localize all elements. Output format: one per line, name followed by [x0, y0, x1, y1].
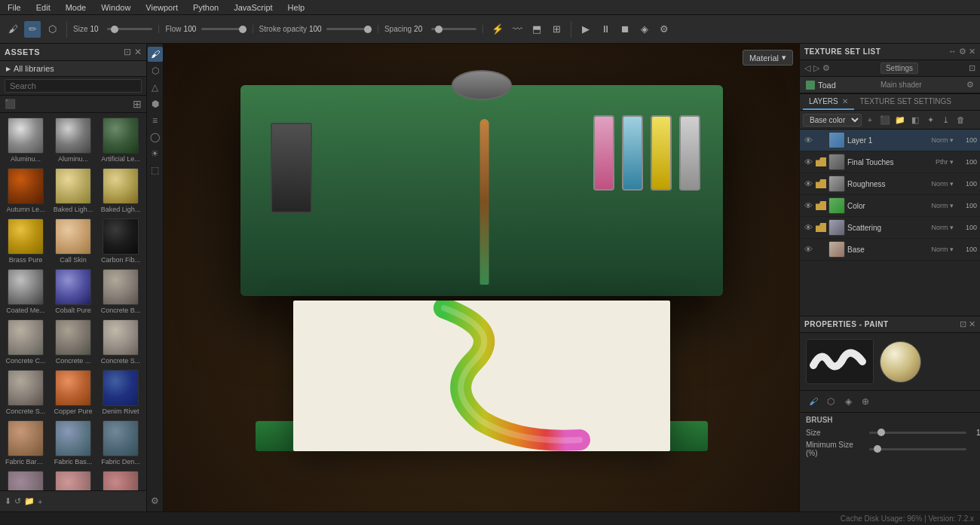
import-btn[interactable]: ⤓: [939, 113, 952, 127]
layer-blend-mode-4[interactable]: Norm ▾: [932, 224, 954, 231]
search-input[interactable]: [5, 79, 142, 93]
layer-blend-mode-5[interactable]: Norm ▾: [932, 246, 954, 253]
play-btn[interactable]: ▶: [577, 21, 594, 38]
asset-item-17[interactable]: Denim Rivet: [98, 368, 143, 417]
geometry-tool-icon[interactable]: △: [148, 80, 163, 95]
add-fill-layer-btn[interactable]: ⬛: [878, 113, 892, 127]
menu-item-javascript[interactable]: JavaScript: [231, 2, 275, 14]
add-mask-btn[interactable]: ◧: [908, 113, 922, 127]
asset-item-1[interactable]: Aluminu...: [51, 116, 96, 164]
properties-expand-icon[interactable]: ⊡: [960, 319, 966, 329]
settings-dropdown-btn[interactable]: Settings: [880, 63, 918, 74]
layer-row-5[interactable]: 👁BaseNorm ▾100: [800, 239, 980, 261]
select-tool-icon[interactable]: ⬡: [148, 63, 163, 78]
layer-row-4[interactable]: 👁ScatteringNorm ▾100: [800, 217, 980, 239]
size-slider[interactable]: [107, 28, 152, 30]
spacing-slider[interactable]: [431, 28, 476, 30]
asset-item-9[interactable]: Coated Me...: [3, 267, 48, 316]
delete-btn[interactable]: 🗑: [954, 113, 967, 127]
menu-item-help[interactable]: Help: [285, 2, 308, 14]
lazy-mouse-btn[interactable]: 〰: [509, 21, 525, 38]
asset-item-19[interactable]: Fabric Bas...: [51, 419, 96, 467]
asset-item-14[interactable]: Concrete S...: [98, 318, 143, 366]
light-tool-icon[interactable]: ☀: [148, 146, 163, 161]
brush-color-ball[interactable]: [880, 341, 921, 383]
assets-grid-icon[interactable]: ⊞: [133, 98, 142, 110]
add-effect-btn[interactable]: ✦: [923, 113, 937, 127]
menu-item-edit[interactable]: Edit: [33, 2, 54, 14]
stop-btn[interactable]: ⏹: [617, 21, 633, 38]
settings-tool-icon[interactable]: ⚙: [148, 493, 163, 508]
tab-texture-set-settings[interactable]: TEXTURE SET SETTINGS: [854, 94, 958, 110]
menu-item-python[interactable]: Python: [190, 2, 222, 14]
asset-item-5[interactable]: Baked Ligh...: [98, 166, 143, 215]
uv-tool-icon[interactable]: ⬢: [148, 96, 163, 111]
brush-btn[interactable]: ✏: [24, 21, 41, 38]
properties-close-icon[interactable]: ✕: [969, 319, 975, 329]
pause-btn[interactable]: ⏸: [597, 21, 614, 38]
asset-item-20[interactable]: Fabric Den...: [98, 419, 143, 467]
import-icon[interactable]: ⬇: [5, 496, 11, 506]
layer-blend-mode-1[interactable]: Pthr ▾: [936, 158, 954, 166]
brush-stamp-icon[interactable]: ⊕: [858, 394, 873, 409]
paint-tool-icon[interactable]: 🖌: [148, 47, 163, 62]
assets-filter-icon[interactable]: ⬛: [5, 99, 16, 109]
layer-row-0[interactable]: 👁Layer 1Norm ▾100: [800, 130, 980, 151]
asset-item-2[interactable]: Artificial Le...: [98, 116, 143, 164]
all-libraries-item[interactable]: ▶ All libraries: [0, 61, 146, 77]
stroke-opacity-slider[interactable]: [326, 28, 372, 30]
texture-set-icon1[interactable]: ↔: [948, 47, 957, 56]
menu-item-viewport[interactable]: Viewport: [142, 2, 181, 14]
layer-vis-btn-0[interactable]: 👁: [803, 136, 813, 145]
viewport[interactable]: Material ▾: [164, 44, 799, 511]
add-icon[interactable]: +: [38, 497, 42, 506]
layer-row-2[interactable]: 👁RoughnessNorm ▾100: [800, 173, 980, 195]
asset-item-13[interactable]: Concrete ...: [51, 318, 96, 366]
layer-vis-btn-2[interactable]: 👁: [803, 179, 813, 188]
nav-forward-icon[interactable]: ▷: [813, 63, 819, 73]
asset-item-12[interactable]: Concrete C...: [3, 318, 48, 366]
layer-vis-btn-3[interactable]: 👁: [803, 201, 813, 210]
layer-row-1[interactable]: 👁Final TouchesPthr ▾100: [800, 151, 980, 173]
flow-slider[interactable]: [201, 28, 247, 30]
asset-item-11[interactable]: Concrete B...: [98, 267, 143, 316]
toad-row[interactable]: Toad Main shader ⚙: [800, 77, 980, 93]
stamp-btn[interactable]: ⬒: [528, 21, 545, 38]
add-folder-btn[interactable]: 📁: [893, 113, 907, 127]
asset-item-4[interactable]: Baked Ligh...: [51, 166, 96, 215]
layer-row-3[interactable]: 👁ColorNorm ▾100: [800, 195, 980, 217]
asset-item-16[interactable]: Copper Pure: [51, 368, 96, 417]
brush-size-slider[interactable]: [869, 432, 966, 434]
paint-tool-btn[interactable]: 🖌: [5, 21, 21, 38]
add-paint-layer-btn[interactable]: +: [863, 113, 877, 127]
eraser-btn[interactable]: ⬡: [44, 21, 60, 38]
nav-back-icon[interactable]: ◁: [804, 63, 810, 73]
refresh-icon[interactable]: ↺: [14, 496, 21, 506]
nav-settings-icon[interactable]: ⚙: [822, 63, 830, 73]
base-color-select[interactable]: Base color: [803, 114, 862, 127]
env-tool-icon[interactable]: ⬚: [148, 163, 163, 178]
symmetry-btn[interactable]: ⚡: [489, 21, 506, 38]
layer-vis-btn-4[interactable]: 👁: [803, 223, 813, 232]
render-btn[interactable]: ◈: [636, 21, 653, 38]
asset-item-10[interactable]: Cobalt Pure: [51, 267, 96, 316]
asset-item-23[interactable]: Fabric Rou...: [98, 469, 143, 490]
brush-paint-icon[interactable]: 🖌: [806, 394, 821, 409]
asset-item-18[interactable]: Fabric Barn...: [3, 419, 48, 467]
brush-minsize-slider[interactable]: [869, 448, 966, 450]
texture-set-close-icon[interactable]: ✕: [969, 47, 975, 56]
tab-layers[interactable]: LAYERS ✕: [803, 94, 854, 110]
brush-material-icon[interactable]: ◈: [841, 394, 856, 409]
layer-vis-btn-5[interactable]: 👁: [803, 245, 813, 254]
align-btn[interactable]: ⊞: [548, 21, 565, 38]
menu-item-mode[interactable]: Mode: [63, 2, 90, 14]
layers-tab-close-icon[interactable]: ✕: [842, 97, 848, 105]
brush-stencil-icon[interactable]: ⬡: [823, 394, 838, 409]
asset-item-22[interactable]: Fabric Rou...: [51, 469, 96, 490]
material-dropdown[interactable]: Material ▾: [743, 50, 793, 66]
layer-blend-mode-3[interactable]: Norm ▾: [932, 202, 954, 209]
asset-item-0[interactable]: Aluminu...: [3, 116, 48, 164]
asset-item-21[interactable]: Fabric Knit...: [3, 469, 48, 490]
asset-item-15[interactable]: Concrete S...: [3, 368, 48, 417]
layer-blend-mode-0[interactable]: Norm ▾: [932, 136, 954, 144]
